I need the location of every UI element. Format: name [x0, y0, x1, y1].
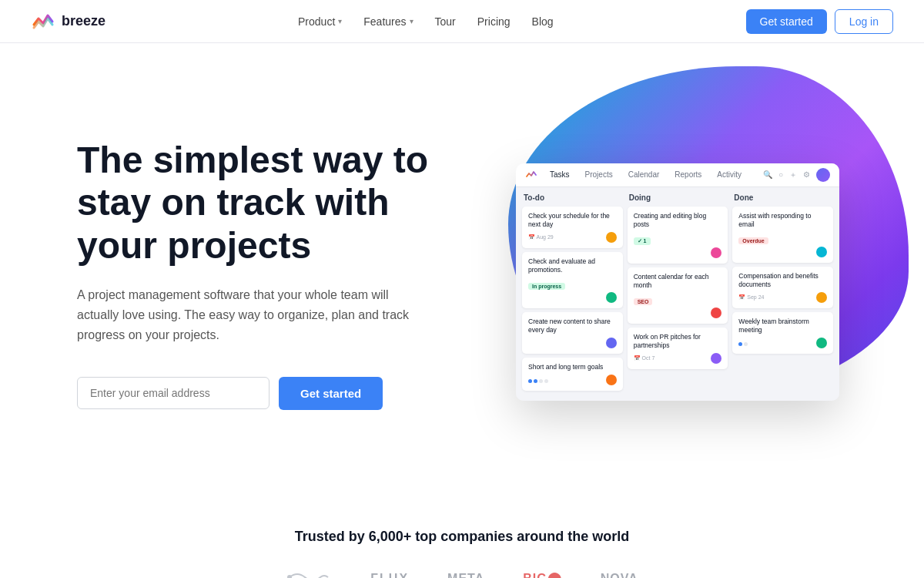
card-avatar [711, 307, 721, 318]
logo-text: breeze [62, 13, 105, 29]
nav-blog[interactable]: Blog [532, 15, 554, 28]
card-title: Content calendar for each month [634, 273, 722, 290]
trusted-logos: FLUX META BIG⬤ NOVA [31, 568, 893, 578]
card-10[interactable]: Weekly team brainstorm meeting [732, 312, 833, 354]
card-5[interactable]: Creating and editing blog posts ✓ 1 [628, 207, 728, 264]
progress-dot-empty [744, 342, 748, 346]
trusted-logo-2: FLUX [370, 572, 409, 579]
user-avatar[interactable] [816, 168, 830, 182]
hero-left: The simplest way to stay on track with y… [77, 139, 477, 410]
trusted-section: Trusted by 6,000+ top companies around t… [0, 490, 924, 578]
card-meta [528, 338, 617, 348]
app-logo-mini [525, 169, 537, 181]
card-1[interactable]: Check your schedule for the next day 📅 A… [522, 207, 623, 248]
email-input[interactable] [77, 377, 270, 409]
card-7[interactable]: Work on PR pitches for partnerships 📅 Oc… [628, 328, 728, 369]
card-meta [528, 292, 617, 303]
card-avatar [606, 292, 617, 303]
nav-get-started-button[interactable]: Get started [746, 9, 827, 34]
trusted-logo-3: META [447, 572, 484, 579]
nav-tour[interactable]: Tour [435, 15, 456, 28]
card-title: Short and long term goals [528, 363, 617, 371]
progress-dot [534, 379, 537, 383]
card-meta: 📅 Oct 7 [634, 353, 722, 364]
app-tab-reports[interactable]: Reports [671, 169, 705, 180]
progress-dot-empty [544, 379, 548, 383]
card-avatar [711, 353, 721, 364]
card-meta [634, 247, 722, 258]
card-meta [738, 247, 827, 257]
card-9[interactable]: Compensation and benefits documents 📅 Se… [732, 267, 833, 308]
trusted-logo-4: BIG⬤ [523, 571, 561, 578]
card-tag: Overdue [738, 237, 768, 244]
navigation: breeze Product ▾ Features ▾ Tour Pricing… [0, 0, 924, 43]
kanban-column-doing: Doing Creating and editing blog posts ✓ … [628, 193, 728, 395]
column-title-todo: To-do [522, 193, 623, 202]
hero-subtitle: A project management software that your … [77, 285, 416, 346]
card-title: Weekly team brainstorm meeting [738, 318, 827, 334]
trusted-title: Trusted by 6,000+ top companies around t… [31, 529, 893, 545]
notification-icon[interactable]: ○ [778, 170, 783, 179]
hero-section: The simplest way to stay on track with y… [0, 43, 924, 490]
card-date: 📅 Sep 24 [738, 294, 764, 301]
nav-features[interactable]: Features ▾ [363, 15, 413, 28]
hero-title: The simplest way to stay on track with y… [77, 139, 477, 267]
card-tag: ✓ 1 [634, 237, 651, 245]
search-icon[interactable]: 🔍 [763, 170, 772, 179]
card-title: Check your schedule for the next day [528, 212, 617, 229]
card-date: 📅 Oct 7 [634, 355, 655, 361]
card-4[interactable]: Short and long term goals [522, 358, 623, 391]
app-tab-projects[interactable]: Projects [582, 169, 616, 180]
card-8[interactable]: Assist with responding to email Overdue [732, 207, 833, 263]
card-avatar [816, 338, 827, 348]
settings-icon[interactable]: ⚙ [803, 170, 810, 179]
column-title-done: Done [732, 193, 833, 202]
nav-product[interactable]: Product ▾ [298, 15, 342, 28]
card-date: 📅 Aug 29 [528, 234, 554, 240]
progress-dot [738, 342, 742, 346]
app-tab-tasks[interactable]: Tasks [547, 169, 573, 180]
card-meta: 📅 Aug 29 [528, 232, 617, 243]
trusted-logo-1 [286, 568, 332, 578]
progress-dot-empty [539, 379, 543, 383]
card-avatar [816, 247, 827, 257]
card-3[interactable]: Create new content to share every day [522, 312, 623, 354]
logo[interactable]: breeze [31, 9, 105, 34]
app-nav-tabs: Tasks Projects Calendar Reports Activity [525, 169, 745, 181]
card-title: Assist with responding to email [738, 212, 827, 229]
card-title: Create new content to share every day [528, 318, 617, 334]
kanban-column-todo: To-do Check your schedule for the next d… [522, 193, 623, 395]
card-tag: SEO [634, 298, 653, 305]
card-meta: 📅 Sep 24 [738, 292, 827, 303]
card-avatar [606, 232, 617, 243]
card-avatar [711, 247, 721, 258]
card-meta [528, 375, 617, 385]
card-6[interactable]: Content calendar for each month SEO [628, 267, 728, 324]
card-avatar [816, 292, 827, 303]
app-tab-activity[interactable]: Activity [714, 169, 745, 180]
progress-dot [528, 379, 532, 383]
hero-get-started-button[interactable]: Get started [279, 377, 383, 410]
card-2[interactable]: Check and evaluate ad promotions. In pro… [522, 252, 623, 308]
app-header: Tasks Projects Calendar Reports Activity… [516, 163, 839, 187]
hero-right: Tasks Projects Calendar Reports Activity… [493, 97, 862, 452]
card-title: Work on PR pitches for partnerships [634, 333, 722, 350]
app-icons: 🔍 ○ ＋ ⚙ [763, 168, 830, 182]
plus-icon[interactable]: ＋ [789, 170, 797, 180]
card-tag: In progress [528, 283, 565, 290]
kanban-column-done: Done Assist with responding to email Ove… [732, 193, 833, 395]
card-progress [528, 379, 548, 383]
card-title: Creating and editing blog posts [634, 212, 722, 229]
card-avatar [606, 375, 617, 385]
nav-login-button[interactable]: Log in [835, 9, 893, 34]
trusted-logo-5: NOVA [601, 572, 638, 579]
card-progress [738, 342, 748, 346]
column-title-doing: Doing [628, 193, 728, 202]
app-screenshot: Tasks Projects Calendar Reports Activity… [516, 163, 839, 401]
app-tab-calendar[interactable]: Calendar [625, 169, 663, 180]
nav-pricing[interactable]: Pricing [477, 15, 511, 28]
chevron-down-icon: ▾ [338, 17, 342, 25]
hero-cta: Get started [77, 377, 477, 410]
nav-actions: Get started Log in [746, 9, 893, 34]
chevron-down-icon: ▾ [410, 17, 413, 25]
